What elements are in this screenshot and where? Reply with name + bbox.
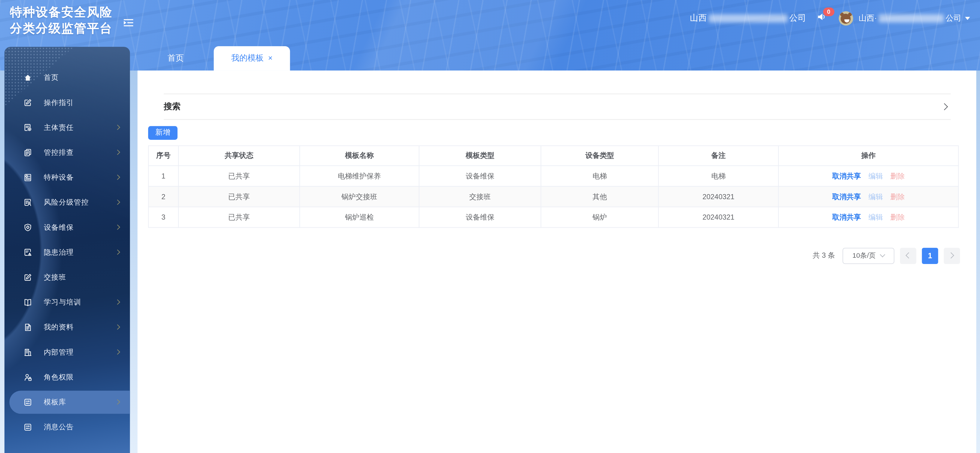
cell-share-status: 已共享 — [179, 166, 300, 187]
delete-link[interactable]: 删除 — [891, 171, 905, 181]
tab-close-icon[interactable]: × — [268, 54, 272, 62]
app-title-line2: 分类分级监管平台 — [10, 20, 112, 36]
search-label: 搜索 — [164, 101, 181, 112]
sidebar-item-learning-training[interactable]: 学习与培训 — [5, 290, 130, 315]
pages-icon — [23, 148, 32, 157]
sidebar-item-control-inspection[interactable]: 管控排查 — [5, 140, 130, 165]
edit-link[interactable]: 编辑 — [869, 212, 883, 222]
cell-template-type: 设备维保 — [419, 166, 541, 187]
app-logo: 特种设备安全风险 分类分级监管平台 — [10, 3, 112, 36]
sidebar-item-risk-classification[interactable]: 风险分级管控 — [5, 190, 130, 215]
sidebar-item-internal-management[interactable]: 内部管理 — [5, 340, 130, 365]
pagination-total: 共 3 条 — [813, 251, 835, 260]
cancel-share-link[interactable]: 取消共享 — [832, 192, 861, 201]
column-header: 设备类型 — [541, 146, 659, 166]
delete-link[interactable]: 删除 — [891, 212, 905, 222]
search-collapse-header[interactable]: 搜索 — [164, 93, 950, 120]
avatar[interactable] — [839, 11, 853, 25]
pagination: 共 3 条 10条/页 1 — [813, 247, 960, 264]
cell-share-status: 已共享 — [179, 207, 300, 228]
shield-gear-icon — [23, 223, 32, 232]
doc-person-icon — [23, 198, 32, 207]
sidebar-item-hazard-management[interactable]: 隐患治理 — [5, 240, 130, 265]
page-size-select[interactable]: 10条/页 — [842, 247, 894, 264]
column-header: 备注 — [659, 146, 779, 166]
sliders-icon — [23, 397, 32, 407]
column-header: 共享状态 — [179, 146, 300, 166]
edit-square-icon — [23, 273, 32, 282]
cancel-share-link[interactable]: 取消共享 — [832, 212, 861, 222]
sidebar-menu: 首页 操作指引 主体责任 管控排查 — [5, 46, 130, 440]
page-1-button[interactable]: 1 — [922, 247, 938, 264]
user-menu[interactable]: 山西·公司 — [859, 13, 970, 24]
cancel-share-link[interactable]: 取消共享 — [832, 171, 861, 181]
sidebar-item-home[interactable]: 首页 — [5, 65, 130, 90]
tab-my-templates[interactable]: 我的模板 × — [213, 46, 290, 70]
chevron-right-icon — [115, 399, 120, 404]
cell-template-name: 锅炉交接班 — [300, 187, 419, 207]
cell-device-type: 锅炉 — [541, 207, 659, 228]
edit-square-icon — [23, 98, 32, 108]
sidebar-collapse-icon[interactable] — [124, 18, 134, 26]
cell-operations: 取消共享 编辑 删除 — [779, 187, 959, 207]
home-icon — [23, 73, 32, 82]
cell-no: 2 — [149, 187, 179, 207]
cell-remark: 20240321 — [659, 187, 779, 207]
sidebar: 首页 操作指引 主体责任 管控排查 — [5, 46, 130, 453]
doc-warning-icon — [23, 248, 32, 257]
notification-button[interactable]: 0 — [817, 13, 827, 24]
sidebar-item-role-permissions[interactable]: 角色权限 — [5, 365, 130, 390]
column-header: 模板类型 — [419, 146, 541, 166]
doc-stamp-icon — [23, 123, 32, 132]
edit-link[interactable]: 编辑 — [869, 192, 883, 201]
chevron-left-icon — [906, 253, 912, 258]
cell-operations: 取消共享 编辑 删除 — [779, 166, 959, 187]
sidebar-item-shift-handover[interactable]: 交接班 — [5, 265, 130, 290]
cell-template-type: 交接班 — [419, 187, 541, 207]
cell-no: 3 — [149, 207, 179, 228]
chevron-down-icon — [880, 252, 885, 257]
delete-link[interactable]: 删除 — [891, 192, 905, 201]
book-icon — [23, 298, 32, 307]
column-header: 模板名称 — [300, 146, 419, 166]
user-name-redacted — [879, 14, 943, 22]
chevron-right-icon[interactable] — [941, 103, 948, 111]
table-row: 3 已共享 锅炉巡检 设备维保 锅炉 20240321 取消共享 编辑 删除 — [149, 207, 959, 228]
chevron-right-icon — [115, 350, 120, 355]
chevron-right-icon — [115, 150, 120, 155]
chevron-right-icon — [115, 174, 120, 180]
add-button[interactable]: 新增 — [148, 126, 178, 139]
cell-device-type: 其他 — [541, 187, 659, 207]
prev-page-button[interactable] — [900, 247, 916, 264]
cell-no: 1 — [149, 166, 179, 187]
table-header-row: 序号 共享状态 模板名称 模板类型 设备类型 备注 操作 — [149, 146, 959, 166]
tab-home[interactable]: 首页 — [138, 46, 214, 70]
sidebar-item-special-equipment[interactable]: 特种设备 — [5, 165, 130, 190]
cell-remark: 电梯 — [659, 166, 779, 187]
sidebar-item-template-library[interactable]: 模板库 — [9, 390, 130, 413]
cell-remark: 20240321 — [659, 207, 779, 228]
sidebar-item-operation-guide[interactable]: 操作指引 — [5, 90, 130, 115]
column-header: 序号 — [149, 146, 179, 166]
cell-operations: 取消共享 编辑 删除 — [779, 207, 959, 228]
header-right: 山西公司 0 山西·公司 — [690, 0, 970, 36]
next-page-button[interactable] — [943, 247, 960, 264]
cell-device-type: 电梯 — [541, 166, 659, 187]
sidebar-item-main-responsibility[interactable]: 主体责任 — [5, 115, 130, 140]
cell-share-status: 已共享 — [179, 187, 300, 207]
chevron-right-icon — [115, 224, 120, 230]
sliders-icon — [23, 422, 32, 432]
chevron-right-icon — [115, 324, 120, 330]
content-panel: 搜索 新增 序号 共享状态 模板名称 模板类型 设备类型 备注 操作 1 已共享… — [138, 70, 976, 453]
sidebar-item-my-documents[interactable]: 我的资料 — [5, 315, 130, 340]
templates-table: 序号 共享状态 模板名称 模板类型 设备类型 备注 操作 1 已共享 电梯维护保… — [148, 146, 959, 228]
edit-link[interactable]: 编辑 — [869, 171, 883, 181]
doc-lines-icon — [23, 323, 32, 332]
page: 特种设备安全风险 分类分级监管平台 山西公司 0 — [0, 0, 980, 453]
table-row: 1 已共享 电梯维护保养 设备维保 电梯 电梯 取消共享 编辑 删除 — [149, 166, 959, 187]
sidebar-item-announcements[interactable]: 消息公告 — [5, 415, 130, 439]
company-name-redacted — [709, 14, 788, 22]
sidebar-item-equipment-maintenance[interactable]: 设备维保 — [5, 215, 130, 240]
person-lock-icon — [23, 372, 32, 382]
caret-down-icon — [965, 16, 970, 19]
